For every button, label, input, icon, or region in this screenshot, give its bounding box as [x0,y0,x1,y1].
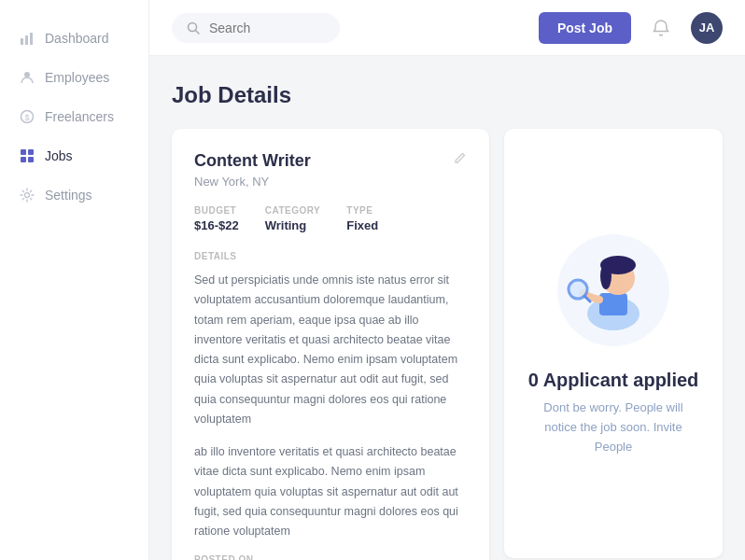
job-meta: BUDGET $16-$22 CATEGORY Writing TYPE Fix… [194,205,467,232]
svg-point-3 [24,72,30,77]
grid-icon [19,147,35,164]
cards-row: Content Writer New York, NY BUDGET $16-$… [172,129,723,560]
applicant-illustration [553,230,674,351]
svg-rect-8 [21,157,26,162]
post-job-button[interactable]: Post Job [539,12,631,44]
category-meta: CATEGORY Writing [265,205,321,232]
header: Post Job JA [149,0,745,56]
svg-rect-6 [21,149,26,155]
main-content: Post Job JA Job Details Content Writer [149,0,745,560]
details-text-1: Sed ut perspiciatis unde omnis iste natu… [194,271,467,429]
svg-point-24 [600,263,611,289]
sidebar-item-label: Settings [45,188,92,203]
svg-rect-7 [28,149,34,155]
edit-icon[interactable] [454,151,467,167]
sidebar: Dashboard Employees $ Freelancers [0,0,149,560]
type-value: Fixed [346,218,378,232]
sidebar-item-label: Jobs [45,148,73,163]
type-meta: TYPE Fixed [346,205,378,232]
details-text-2: ab illo inventore veritatis et quasi arc… [194,442,467,541]
svg-rect-1 [25,35,28,45]
sidebar-item-label: Dashboard [45,31,109,46]
page-title: Job Details [172,82,723,108]
category-label: CATEGORY [265,205,321,216]
person-icon [19,69,35,86]
sidebar-item-settings[interactable]: Settings [0,175,148,215]
applicant-description: Dont be worry. People will notice the jo… [527,399,700,456]
budget-label: BUDGET [194,205,239,216]
bar-chart-icon [19,30,35,47]
svg-rect-0 [21,38,23,45]
page-content: Job Details Content Writer New York, NY … [149,56,745,560]
notification-bell-icon[interactable] [646,13,676,43]
applicant-count: 0 Applicant applied [528,370,699,391]
search-input[interactable] [209,21,321,35]
svg-rect-9 [28,157,34,162]
sidebar-item-label: Freelancers [45,109,114,124]
category-value: Writing [265,218,321,232]
type-label: TYPE [346,205,378,216]
budget-meta: BUDGET $16-$22 [194,205,239,232]
svg-point-10 [25,193,30,198]
applicant-card: 0 Applicant applied Dont be worry. Peopl… [504,129,723,558]
svg-rect-2 [30,33,33,45]
details-label: DETAILS [194,251,467,261]
svg-text:$: $ [24,113,29,122]
svg-line-12 [196,30,200,34]
sidebar-item-jobs[interactable]: Jobs [0,136,148,175]
gear-icon [19,187,35,203]
svg-rect-21 [599,293,627,315]
sidebar-item-employees[interactable]: Employees [0,58,148,97]
search-box[interactable] [172,13,340,43]
job-location: New York, NY [194,175,467,189]
job-detail-card: Content Writer New York, NY BUDGET $16-$… [172,129,489,560]
posted-on-label: POSTED ON [194,554,467,560]
avatar[interactable]: JA [691,12,723,44]
dollar-icon: $ [19,108,35,125]
job-card-header: Content Writer [194,151,467,171]
header-right: Post Job JA [539,12,723,44]
sidebar-item-label: Employees [45,70,109,85]
sidebar-item-freelancers[interactable]: $ Freelancers [0,97,148,136]
job-title: Content Writer [194,151,311,171]
budget-value: $16-$22 [194,218,239,232]
search-icon [185,20,202,36]
sidebar-item-dashboard[interactable]: Dashboard [0,19,148,58]
